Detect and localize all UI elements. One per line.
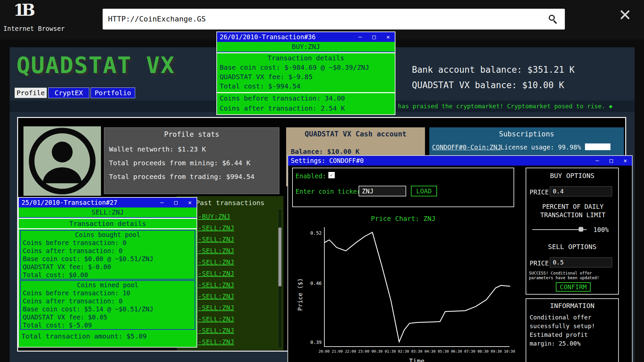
transaction-entry[interactable]: -BUY:ZNJ [198, 211, 234, 222]
coin-summary-line: Coins before transaction: 34.00 [217, 93, 395, 103]
success-message: SUCCESS! Conditional offer parameters ha… [529, 271, 617, 280]
window-title: Settings: CONDOFF#0 [291, 156, 364, 166]
transaction-entry[interactable]: -SELL:ZNJ [198, 234, 234, 245]
subscriptions-panel: Subscriptions CONDOFF#0-Coin:ZNJ License… [429, 127, 624, 156]
maximize-icon[interactable]: □ [170, 198, 181, 207]
transaction-entry[interactable]: -SELL:ZNJ [198, 291, 234, 302]
scrollbar-thumb[interactable] [278, 228, 281, 286]
pool-detail-line: Coins after transaction: 0 [21, 297, 195, 305]
close-icon[interactable]: ✕ [184, 198, 195, 207]
load-button[interactable]: LOAD [411, 186, 437, 196]
browser-logo-icon: 1B [13, 1, 32, 19]
coins-bought-pool: Coins bought pool Coins before transacti… [20, 230, 195, 280]
coin-setup-box: Enabled: ✓ Enter coin ticker: ZNJ LOAD [292, 168, 514, 207]
transaction-limit-label: PERCENT OF DAILY TRANSACTION LIMIT [533, 202, 613, 219]
transaction-list: -BUY:ZNJ-SELL:ZNJ-SELL:ZNJ-SELL:ZNJ-SELL… [198, 211, 234, 348]
news-ticker-text: has praised the cryptomarket! Cryptomark… [398, 103, 612, 110]
coins-mined-pool: Coins mined pool Coins before transactio… [20, 280, 195, 330]
transaction-window-36: 26/01/2010-Transaction#36 – □ ✕ BUY:ZNJ … [216, 32, 395, 115]
scrollbar[interactable] [278, 209, 282, 348]
maximize-icon[interactable]: □ [606, 156, 616, 166]
coin-summary-section: Coins before transaction: 34.00Coins aft… [217, 93, 395, 114]
maximize-icon[interactable]: □ [369, 32, 379, 42]
close-icon[interactable]: ✕ [383, 32, 393, 42]
chart-title: Price Chart: ZNJ [292, 215, 514, 223]
transaction-entry[interactable]: -SELL:ZNJ [198, 302, 234, 313]
settings-window: Settings: CONDOFF#0 – □ ✕ Enabled: ✓ Ent… [287, 155, 633, 362]
transaction-entry[interactable]: -SELL:ZNJ [198, 336, 234, 348]
subscription-link[interactable]: CONDOFF#0-Coin:ZNJ [432, 143, 501, 151]
x-tick-label: 10:30 [501, 349, 518, 354]
transaction-detail-line: Base coin cost: $-984.69 @ ~$0.39/ZNJ [217, 63, 395, 72]
enabled-label: Enabled: [296, 172, 326, 180]
stat-line: Wallet networth: $1.23 K [104, 142, 279, 156]
offer-options-panel: BUY OPTIONS PRICE 0.4 PERCENT OF DAILY T… [526, 168, 619, 295]
bank-balance: Bank account balance: $351.21 K [412, 65, 575, 75]
cash-account-balance: Balance: $10.00 K [286, 138, 425, 156]
screen: 1B Internet Browser HTTP://CoinExchange.… [0, 0, 644, 362]
profile-stats-panel: Profile stats Wallet networth: $1.23 KTo… [104, 127, 279, 194]
pool-detail-line: Base coin cost: $0.00 @ ~$0.51/ZNJ [21, 255, 195, 263]
transaction-details-title: Transaction details [19, 219, 197, 228]
transaction-entry[interactable]: -SELL:ZNJ [198, 222, 234, 234]
transaction-entry[interactable]: -SELL:ZNJ [198, 325, 234, 336]
enabled-checkbox[interactable]: ✓ [328, 172, 335, 178]
transaction-entry[interactable]: -SELL:ZNJ [198, 313, 234, 325]
browser-close-button[interactable]: ✕ [619, 4, 631, 23]
price-line-chart [325, 227, 510, 347]
minimize-icon[interactable]: – [157, 198, 167, 207]
total-transaction-amount: Total transaction amount: $5.09 [19, 330, 197, 343]
coin-ticker-input[interactable]: ZNJ [359, 186, 406, 196]
transaction-entry[interactable]: -SELL:ZNJ [198, 245, 234, 256]
transaction-type-header: BUY:ZNJ [217, 42, 395, 52]
price-chart: Price ($) 0.520.460.39 20:0021:0022:0023… [292, 224, 520, 362]
transaction-detail-line: QUADSTAT VX fee: $-9.85 [217, 72, 395, 81]
window-title: 25/01/2010-Transaction#27 [21, 198, 117, 207]
chart-x-axis-label: Time [324, 357, 509, 362]
url-text: HTTP://CoinExchange.GS [108, 9, 206, 29]
pool-detail-line: Total cost: $0.00 [21, 271, 195, 279]
information-title: INFORMATION [526, 302, 618, 310]
profile-stats-title: Profile stats [104, 128, 279, 138]
buy-price-input[interactable]: 0.4 [550, 186, 612, 196]
sell-price-input[interactable]: 0.5 [550, 257, 612, 267]
sell-options-title: SELL OPTIONS [526, 243, 618, 251]
minimize-icon[interactable]: – [592, 156, 603, 166]
url-bar[interactable]: HTTP://CoinExchange.GS [103, 9, 565, 29]
search-icon[interactable] [549, 15, 555, 21]
transaction-entry[interactable]: -SELL:ZNJ [198, 256, 234, 268]
window-titlebar[interactable]: 26/01/2010-Transaction#36 – □ ✕ [217, 32, 395, 42]
person-icon [28, 126, 97, 196]
information-panel: INFORMATION Conditional offer sucessfull… [526, 298, 619, 362]
close-icon[interactable]: ✕ [620, 156, 631, 166]
transaction-entry[interactable]: -SELL:ZNJ [198, 268, 234, 279]
stat-line: Total proceeds from trading: $994.54 [104, 170, 279, 184]
minimize-icon[interactable]: – [355, 32, 366, 42]
limit-slider-handle[interactable] [579, 227, 583, 232]
information-body: Conditional offer sucessfully setup! Est… [530, 313, 616, 348]
window-titlebar[interactable]: 25/01/2010-Transaction#27 – □ ✕ [19, 198, 197, 207]
coins-mined-pool-title: Coins mined pool [21, 281, 195, 289]
license-usage-label: License usage: 99.98% [500, 143, 581, 151]
limit-percent-value: 100% [593, 226, 609, 233]
tab-portfolio[interactable]: Portfolio [91, 87, 135, 98]
subscription-row: CONDOFF#0-Coin:ZNJ License usage: 99.98% [429, 143, 624, 152]
pool-detail-line: Coins after transaction: 0 [21, 247, 195, 255]
y-tick-label: 0.52 [304, 230, 322, 236]
coin-ticker-label: Enter coin ticker: [296, 188, 365, 195]
coins-bought-pool-title: Coins bought pool [21, 231, 195, 239]
tab-profile[interactable]: Profile [14, 87, 47, 98]
sell-price-label: PRICE [530, 259, 549, 267]
profile-stats-lines: Wallet networth: $1.23 KTotal proceeds f… [104, 142, 279, 184]
tab-cryptex[interactable]: CryptEX [48, 87, 89, 98]
pool-detail-line: QUADSTAT VX fee: $0.05 [21, 313, 195, 321]
transaction-entry[interactable]: -SELL:ZNJ [198, 279, 234, 291]
window-titlebar[interactable]: Settings: CONDOFF#0 – □ ✕ [288, 156, 632, 166]
transaction-type-header: SELL:ZNJ [19, 207, 197, 218]
pools-section: Coins bought pool Coins before transacti… [19, 229, 197, 347]
transaction-window-27: 25/01/2010-Transaction#27 – □ ✕ SELL:ZNJ… [18, 197, 197, 348]
browser-name: Internet Browser [3, 25, 65, 32]
confirm-button[interactable]: CONFIRM [556, 282, 591, 292]
cash-account-title: QUADSTAT VX Cash account [286, 127, 425, 138]
transaction-details-section: Transaction details Base coin cost: $-98… [217, 53, 395, 92]
